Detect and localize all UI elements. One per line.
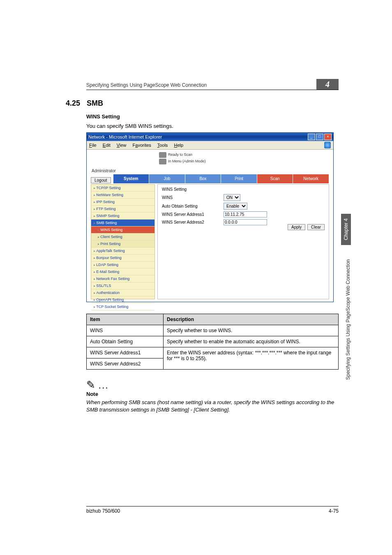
footer-right: 4-75 [329, 508, 339, 514]
side-chapter-text: Specifying Settings Using PageScope Web … [345, 248, 351, 380]
section-title: 4.25 SMB [66, 99, 339, 108]
running-head: Specifying Settings Using PageScope Web … [86, 82, 339, 90]
table-row: Auto Obtain Setting [87, 336, 164, 347]
sidebar-item-email[interactable]: E-Mail Setting [91, 268, 154, 275]
tab-network[interactable]: Network [293, 174, 329, 183]
printer-icon [159, 159, 166, 164]
sidebar-item-smb[interactable]: SMB Setting [91, 220, 154, 227]
sidebar-item-print[interactable]: Print Setting [91, 240, 154, 247]
status-area: Ready to Scan In Menu (Admin Mode) [159, 152, 206, 165]
close-icon[interactable]: × [324, 134, 332, 140]
addr2-input[interactable] [224, 219, 267, 225]
side-chapter-tab: Chapter 4 [341, 214, 351, 245]
sidebar-item-tcpip[interactable]: TCP/IP Setting [91, 185, 154, 192]
table-head-item: Item [87, 314, 164, 325]
wins-select[interactable]: ON [224, 194, 240, 201]
menu-favorites[interactable]: Favorites [133, 143, 151, 148]
menu-file[interactable]: File [89, 143, 97, 148]
running-head-text: Specifying Settings Using PageScope Web … [86, 82, 207, 88]
window-menubar: File Edit View Favorites Tools Help [87, 141, 333, 150]
tab-system[interactable]: System [113, 174, 150, 183]
note-icon: ✎ [86, 379, 95, 391]
note-title: Note [86, 391, 339, 397]
menu-edit[interactable]: Edit [103, 143, 111, 148]
sidebar-item-appletalk[interactable]: AppleTalk Setting [91, 247, 154, 254]
intro-text: You can specify SMB WINS settings. [86, 123, 339, 129]
panel-heading: WINS Setting [162, 187, 325, 192]
menu-view[interactable]: View [117, 143, 127, 148]
table-row: Specify whether to use WINS. [164, 325, 339, 336]
auto-obtain-select[interactable]: Enable [224, 203, 247, 210]
section-name: SMB [87, 99, 103, 107]
table-row: WINS Server Address2 [87, 358, 164, 370]
window-titlebar: Network - Microsoft Internet Explorer _ … [87, 133, 333, 141]
wins-label: WINS [162, 195, 224, 200]
subheading: WINS Setting [86, 113, 339, 120]
tab-box[interactable]: Box [185, 174, 221, 183]
sidebar-item-netfax[interactable]: Network Fax Setting [91, 275, 154, 282]
sidebar-item-client[interactable]: Client Setting [91, 234, 154, 240]
sidebar-item-ftp[interactable]: FTP Setting [91, 206, 154, 213]
menu-tools[interactable]: Tools [157, 143, 168, 148]
sidebar-item-snmp[interactable]: SNMP Setting [91, 213, 154, 220]
main-panel: WINS Setting WINS ON Auto Obtain Setting… [157, 184, 329, 299]
sidebar-item-netware[interactable]: NetWare Setting [91, 192, 154, 199]
tab-print[interactable]: Print [221, 174, 257, 183]
clear-button[interactable]: Clear [307, 224, 325, 230]
status-line-2: In Menu (Admin Mode) [168, 159, 206, 163]
sidebar-item-bonjour[interactable]: Bonjour Setting [91, 254, 154, 261]
sidebar-item-auth[interactable]: Authentication [91, 289, 154, 296]
menu-help[interactable]: Help [174, 143, 183, 148]
note-dots: ... [95, 383, 109, 390]
table-head-desc: Description [164, 314, 339, 325]
table-row: WINS Server Address1 [87, 347, 164, 358]
sidebar-item-wins[interactable]: WINS Setting [91, 227, 154, 234]
section-number: 4.25 [66, 99, 85, 108]
apply-button[interactable]: Apply [288, 224, 305, 230]
sidebar-item-openapi[interactable]: OpenAPI Setting [91, 296, 154, 303]
admin-label: Administrator [92, 169, 116, 173]
sidebar-item-ldap[interactable]: LDAP Setting [91, 261, 154, 268]
ie-logo-icon [324, 142, 331, 148]
note-block: ✎ ... Note When performing SMB scans (ho… [86, 379, 339, 413]
table-row: Specify whether to enable the automatic … [164, 336, 339, 347]
description-table: Item Description WINS Specify whether to… [86, 314, 339, 370]
sidebar: TCP/IP Setting NetWare Setting IPP Setti… [91, 184, 155, 299]
screenshot-window: Network - Microsoft Internet Explorer _ … [86, 132, 334, 302]
tab-job[interactable]: Job [149, 174, 185, 183]
page-footer: bizhub 750/600 4-75 [86, 506, 339, 514]
addr1-label: WINS Server Address1 [162, 212, 224, 217]
sidebar-item-tcpsocket[interactable]: TCP Socket Setting [91, 303, 154, 310]
footer-left: bizhub 750/600 [86, 508, 120, 514]
table-row: WINS [87, 325, 164, 336]
maximize-icon[interactable]: □ [316, 134, 323, 140]
table-row: Enter the WINS server address (syntax: *… [164, 347, 339, 370]
minimize-icon[interactable]: _ [308, 134, 315, 140]
note-body: When performing SMB scans (host name set… [86, 399, 339, 413]
chapter-number-box: 4 [316, 79, 339, 90]
printer-icon [159, 152, 166, 158]
auto-obtain-label: Auto Obtain Setting [162, 204, 224, 208]
addr1-input[interactable] [224, 211, 267, 217]
tab-scan[interactable]: Scan [257, 174, 293, 183]
sidebar-item-ssl[interactable]: SSL/TLS [91, 282, 154, 289]
window-title: Network - Microsoft Internet Explorer [88, 133, 162, 141]
addr2-label: WINS Server Address2 [162, 220, 224, 224]
sidebar-item-ipp[interactable]: IPP Setting [91, 199, 154, 206]
status-line-1: Ready to Scan [168, 153, 192, 157]
logout-button[interactable]: Logout [91, 177, 111, 183]
